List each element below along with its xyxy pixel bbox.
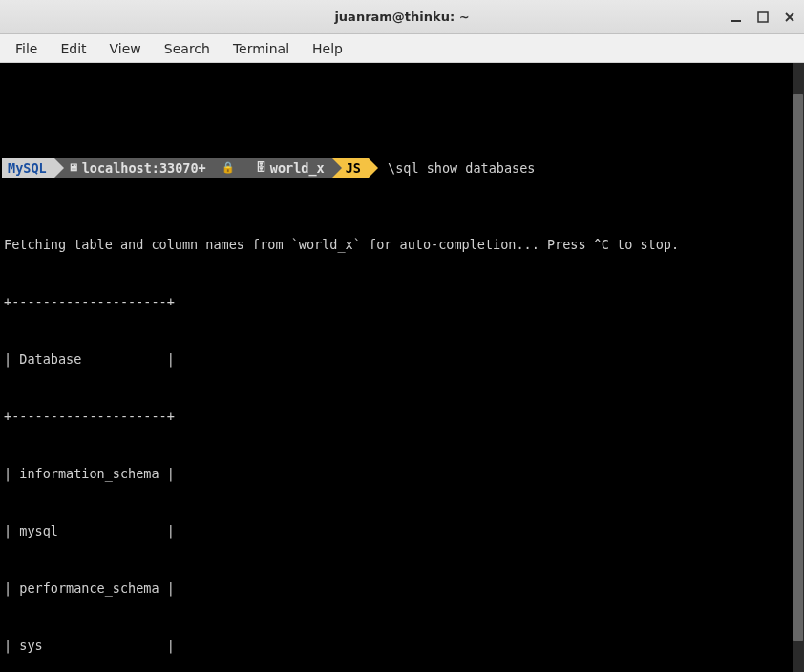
prompt-line: MySQL 🖥localhost:33070+ 🔒 🗄world_x JS \s…: [2, 158, 802, 178]
menu-search[interactable]: Search: [155, 37, 220, 60]
prompt-seg-db: 🗄world_x: [243, 158, 332, 178]
output-line: | Database |: [2, 349, 802, 368]
prompt-seg-host: 🖥localhost:33070+ 🔒: [54, 158, 243, 178]
window-title: juanram@thinku: ~: [334, 10, 469, 24]
output-line: Fetching table and column names from `wo…: [2, 235, 802, 254]
minimize-button[interactable]: [728, 9, 745, 26]
server-icon: 🖥: [68, 158, 78, 178]
menu-help[interactable]: Help: [303, 37, 352, 60]
scrollbar[interactable]: [793, 63, 804, 672]
menu-edit[interactable]: Edit: [51, 37, 95, 60]
maximize-button[interactable]: [754, 9, 772, 26]
output-line: | performance_schema |: [2, 578, 802, 598]
output-line: +--------------------+: [2, 292, 802, 311]
window-controls: [728, 9, 798, 26]
command-text: \sql show databases: [369, 158, 535, 178]
menu-terminal[interactable]: Terminal: [223, 37, 299, 60]
menubar: File Edit View Search Terminal Help: [0, 34, 804, 63]
menu-file[interactable]: File: [6, 37, 47, 60]
menu-view[interactable]: View: [100, 37, 151, 60]
scrollbar-thumb[interactable]: [793, 94, 803, 641]
terminal-area[interactable]: MySQL 🖥localhost:33070+ 🔒 🗄world_x JS \s…: [0, 63, 804, 672]
close-button[interactable]: [781, 9, 798, 26]
lock-icon: 🔒: [222, 158, 235, 178]
output-line: +--------------------+: [2, 407, 802, 426]
output-line: | sys |: [2, 636, 802, 655]
prompt-seg-mysql: MySQL: [2, 158, 54, 178]
output-line: | mysql |: [2, 521, 802, 540]
window-titlebar: juanram@thinku: ~: [0, 0, 804, 34]
output-line: | information_schema |: [2, 464, 802, 483]
database-icon: 🗄: [256, 158, 266, 178]
svg-rect-1: [758, 12, 768, 22]
svg-rect-0: [731, 20, 741, 22]
